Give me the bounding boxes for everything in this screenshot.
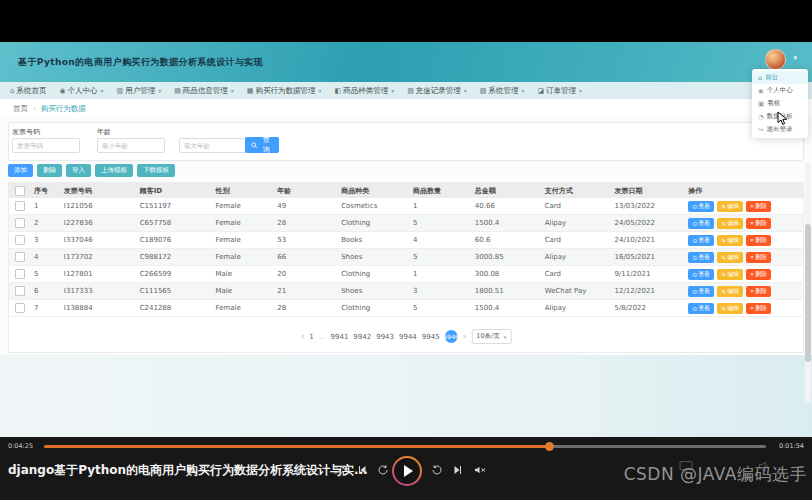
nav-item[interactable]: ▤ 商品信息管理 ▾: [174, 86, 234, 96]
view-button[interactable]: ⊙查看: [688, 252, 714, 263]
edit-button[interactable]: ✎编辑: [717, 201, 743, 212]
page-number[interactable]: 9942: [353, 333, 371, 341]
toolbar-button[interactable]: 上传模板: [95, 164, 133, 177]
cell-pay: Card: [542, 202, 612, 210]
main-content: 发票号码 年龄 查询 添加删除导入上传模板下载模板 序号发票号码顾客ID性别年龄…: [0, 118, 812, 355]
nav-item[interactable]: ⌂ 系统首页 ▾: [10, 86, 46, 96]
invoice-number-input[interactable]: [12, 138, 80, 153]
watermark: CSDN @JAVA编码选手: [624, 463, 807, 486]
row-checkbox[interactable]: [15, 201, 25, 211]
view-button[interactable]: ⊙查看: [688, 269, 714, 280]
column-header: 总金额: [472, 186, 542, 196]
nav-item-icon: ▤: [174, 87, 181, 95]
avatar[interactable]: [765, 49, 786, 70]
video-title: django基于Python的电商用户购买行为数据分析系统设计与实...: [8, 462, 368, 479]
nav-item[interactable]: ◉ 个人中心 ▾: [59, 86, 103, 96]
nav-item[interactable]: ◪ 订单管理 ▾: [537, 86, 582, 96]
view-button[interactable]: ⊙查看: [688, 286, 714, 297]
cell-cat: Shoes: [338, 287, 410, 295]
delete-button[interactable]: ×删除: [746, 286, 771, 297]
cell-age: 28: [274, 219, 338, 227]
volume-muted-icon[interactable]: [474, 464, 486, 476]
edit-button[interactable]: ✎编辑: [717, 269, 743, 280]
toolbar-button[interactable]: 删除: [37, 164, 62, 177]
previous-track-icon[interactable]: [356, 464, 368, 476]
progress-scrubber[interactable]: [545, 442, 554, 451]
delete-button[interactable]: ×删除: [746, 303, 771, 314]
view-button[interactable]: ⊙查看: [688, 303, 714, 314]
nav-item[interactable]: ▨ 系统管理 ▾: [480, 86, 525, 96]
scrollbar-thumb[interactable]: [805, 224, 811, 362]
video-controls-bar: 0:04:25 0:01:54 django基于Python的电商用户购买行为数…: [0, 437, 812, 500]
delete-button[interactable]: ×删除: [746, 252, 771, 263]
rotate-cw-icon[interactable]: [431, 464, 443, 476]
page-size-select[interactable]: 10条/页▾: [471, 329, 511, 344]
nav-item-icon: ◧: [335, 87, 342, 95]
progress-bar[interactable]: [44, 445, 766, 448]
nav-item[interactable]: ▦ 购买行为数据管理 ▾: [247, 86, 322, 96]
toolbar-button[interactable]: 导入: [66, 164, 91, 177]
page-number[interactable]: 1: [309, 333, 313, 341]
shuffle-icon[interactable]: [333, 464, 345, 476]
user-menu-item[interactable]: ▣ 看板: [752, 97, 808, 110]
age-min-input[interactable]: [97, 138, 165, 153]
progress-fill: [44, 445, 549, 448]
page-number[interactable]: 9941: [331, 333, 349, 341]
age-max-input[interactable]: [179, 138, 247, 153]
search-button[interactable]: 查询: [245, 137, 279, 153]
row-checkbox[interactable]: [15, 286, 25, 296]
edit-button[interactable]: ✎编辑: [717, 303, 743, 314]
nav-item[interactable]: ▧ 充值记录管理 ▾: [407, 86, 467, 96]
menu-item-icon: ◉: [758, 87, 764, 95]
cell-age: 21: [274, 287, 338, 295]
current-page[interactable]: 9946: [445, 330, 458, 343]
cell-invoice: I227836: [61, 219, 137, 227]
delete-button[interactable]: ×删除: [746, 235, 771, 246]
scrollbar[interactable]: [805, 162, 811, 402]
view-button[interactable]: ⊙查看: [688, 201, 714, 212]
toolbar-button[interactable]: 下载模板: [137, 164, 175, 177]
elapsed-time: 0:04:25: [8, 442, 33, 450]
checkbox[interactable]: [15, 186, 25, 196]
nav-item[interactable]: ▥ 用户管理 ▾: [117, 86, 162, 96]
page-number[interactable]: 9944: [399, 333, 417, 341]
view-button[interactable]: ⊙查看: [688, 218, 714, 229]
view-button[interactable]: ⊙查看: [688, 235, 714, 246]
edit-button[interactable]: ✎编辑: [717, 235, 743, 246]
row-checkbox[interactable]: [15, 218, 25, 228]
remaining-time: 0:01:54: [779, 442, 804, 450]
filter-panel: 发票号码 年龄 查询: [8, 122, 804, 161]
delete-button[interactable]: ×删除: [746, 218, 771, 229]
age-filter-label: 年龄: [97, 127, 111, 137]
nav-item[interactable]: ◧ 商品种类管理 ▾: [335, 86, 395, 96]
rotate-ccw-icon[interactable]: [377, 464, 389, 476]
select-all-checkbox[interactable]: [9, 186, 31, 196]
row-checkbox[interactable]: [15, 235, 25, 245]
play-button[interactable]: [392, 456, 422, 486]
toolbar-button[interactable]: 添加: [8, 164, 33, 177]
next-track-icon[interactable]: [452, 464, 464, 476]
cell-cust: C266599: [137, 270, 213, 278]
prev-page-button[interactable]: ‹: [301, 332, 305, 341]
row-checkbox[interactable]: [15, 252, 25, 262]
page-number[interactable]: 9945: [422, 333, 440, 341]
chevron-down-icon: ▾: [391, 87, 394, 94]
edit-button[interactable]: ✎编辑: [717, 286, 743, 297]
delete-button[interactable]: ×删除: [746, 201, 771, 212]
breadcrumb-home[interactable]: 首页: [13, 104, 28, 114]
edit-button[interactable]: ✎编辑: [717, 218, 743, 229]
user-menu-item[interactable]: ◉ 个人中心: [752, 84, 808, 97]
invoice-filter-label: 发票号码: [12, 127, 40, 137]
delete-button[interactable]: ×删除: [746, 269, 771, 280]
column-header: 商品种类: [338, 186, 410, 196]
cell-actions: ⊙查看✎编辑×删除: [685, 218, 803, 229]
row-checkbox[interactable]: [15, 269, 25, 279]
page-number[interactable]: 9943: [376, 333, 394, 341]
cell-idx: 1: [31, 202, 61, 210]
page-title: 基于Python的电商用户购买行为数据分析系统设计与实现: [18, 56, 263, 69]
edit-button[interactable]: ✎编辑: [717, 252, 743, 263]
row-checkbox[interactable]: [15, 303, 25, 313]
user-menu-item[interactable]: ⌂ 前台: [752, 71, 808, 84]
next-page-button[interactable]: ›: [463, 332, 467, 341]
cell-total: 3000.85: [472, 253, 542, 261]
